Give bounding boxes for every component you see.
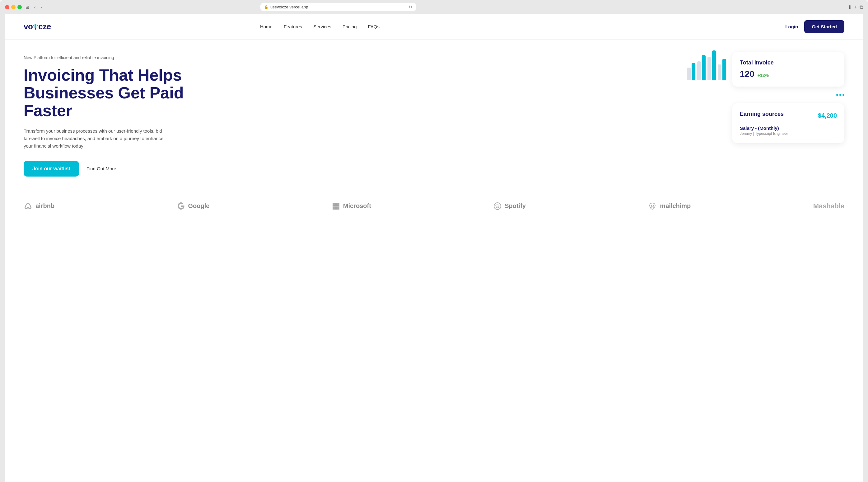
browser-actions: ⬆ + ⧉	[848, 4, 863, 10]
earning-source-sub: Jeremy | Typescript Engineer	[740, 132, 837, 136]
hero-title: Invoicing That Helps Businesses Get Paid…	[24, 66, 198, 120]
hero-description: Transform your business processes with o…	[24, 127, 173, 150]
partner-airbnb: airbnb	[24, 202, 55, 210]
nav-item-faqs[interactable]: FAQs	[368, 24, 380, 30]
svg-rect-5	[336, 203, 339, 206]
nav-links: Home Features Services Pricing FAQs	[260, 24, 379, 30]
nav-item-home[interactable]: Home	[260, 24, 273, 30]
find-more-button[interactable]: Find Out More →	[87, 166, 124, 171]
svg-point-9	[650, 203, 655, 208]
lock-icon: 🔒	[264, 5, 269, 9]
sidebar-toggle-button[interactable]: ⊞	[24, 4, 30, 10]
svg-rect-0	[34, 24, 36, 28]
nav-actions: Login Get Started	[785, 20, 844, 33]
login-button[interactable]: Login	[785, 24, 798, 29]
browser-titlebar: ⊞ ‹ › 🔒 usevoicze.vercel.app ↻ ⬆ + ⧉	[5, 3, 863, 14]
svg-point-11	[653, 205, 654, 206]
nav-link-home[interactable]: Home	[260, 24, 273, 29]
bar-group-1	[687, 63, 695, 80]
logo-text-before: vo	[24, 22, 33, 31]
invoice-stats: 120 +12%	[740, 69, 837, 79]
partner-mashable: Mashable	[813, 202, 844, 210]
url-text: usevoicze.vercel.app	[270, 5, 308, 9]
chart-decoration	[687, 49, 726, 80]
minimize-button[interactable]	[11, 5, 16, 9]
find-more-label: Find Out More	[87, 166, 116, 171]
nav-link-pricing[interactable]: Pricing	[343, 24, 357, 29]
get-started-button[interactable]: Get Started	[804, 20, 844, 33]
svg-rect-4	[333, 203, 336, 206]
bar-gray-1	[687, 67, 691, 80]
partner-spotify: Spotify	[493, 202, 526, 210]
nav-link-features[interactable]: Features	[284, 24, 302, 29]
nav-link-faqs[interactable]: FAQs	[368, 24, 380, 29]
dot-1	[836, 94, 838, 96]
forward-button[interactable]: ›	[39, 4, 43, 10]
mashable-label: Mashable	[813, 202, 844, 210]
nav-item-services[interactable]: Services	[313, 24, 331, 30]
airbnb-label: airbnb	[35, 202, 55, 209]
find-more-arrow: →	[119, 166, 124, 171]
airbnb-icon	[24, 202, 32, 210]
google-label: Google	[188, 202, 210, 209]
spotify-label: Spotify	[505, 202, 526, 209]
share-button[interactable]: ⬆	[848, 4, 852, 10]
mailchimp-label: mailchimp	[660, 202, 691, 209]
nav-link-services[interactable]: Services	[313, 24, 331, 29]
svg-rect-6	[333, 206, 336, 209]
traffic-lights	[5, 5, 22, 9]
logo-text-after: cze	[38, 22, 51, 31]
three-dots-separator	[732, 91, 844, 98]
address-bar[interactable]: 🔒 usevoicze.vercel.app ↻	[260, 3, 416, 11]
partners-section: airbnb Google Mi	[5, 189, 863, 223]
new-tab-button[interactable]: +	[854, 4, 857, 10]
earning-amount: $4,200	[818, 112, 837, 119]
bar-gray-3	[708, 57, 711, 80]
hero-left: New Platform for efficient and reliable …	[24, 55, 198, 176]
back-button[interactable]: ‹	[33, 4, 37, 10]
invoice-card: Total Invoice 120 +12%	[732, 52, 844, 87]
navbar: vo cze Home Features Services Pricing FA…	[5, 14, 863, 39]
bar-group-2	[697, 55, 706, 80]
spotify-icon	[493, 202, 501, 210]
dot-3	[842, 94, 844, 96]
tabs-button[interactable]: ⧉	[860, 4, 863, 10]
partner-microsoft: Microsoft	[332, 202, 371, 210]
nav-item-features[interactable]: Features	[284, 24, 302, 30]
microsoft-label: Microsoft	[343, 202, 371, 209]
invoice-card-title: Total Invoice	[740, 59, 837, 66]
earning-card-title: Earning sources	[740, 111, 784, 117]
svg-point-10	[651, 205, 652, 206]
partner-google: Google	[177, 202, 210, 210]
microsoft-icon	[332, 202, 340, 210]
earning-source-info: Salary - (Monthly) Jeremy | Typescript E…	[740, 125, 837, 136]
close-button[interactable]	[5, 5, 9, 9]
dot-2	[839, 94, 841, 96]
reload-button[interactable]: ↻	[409, 5, 412, 9]
invoice-change: +12%	[757, 73, 769, 78]
waitlist-button[interactable]: Join our waitlist	[24, 161, 79, 176]
partner-mailchimp: mailchimp	[648, 202, 691, 210]
hero-cta: Join our waitlist Find Out More →	[24, 161, 198, 176]
earning-card: Earning sources $4,200 Salary - (Monthly…	[732, 103, 844, 143]
logo: vo cze	[24, 22, 51, 31]
bar-teal-3	[712, 51, 716, 80]
google-icon	[177, 202, 185, 210]
hero-subtitle: New Platform for efficient and reliable …	[24, 55, 198, 60]
mailchimp-icon	[648, 202, 657, 210]
earning-card-header: Earning sources $4,200	[740, 111, 837, 120]
bar-teal-4	[722, 59, 726, 80]
svg-point-1	[35, 28, 36, 30]
earning-source-title: Salary - (Monthly)	[740, 125, 837, 131]
bar-group-4	[718, 59, 726, 80]
invoice-number: 120	[740, 69, 754, 79]
cards-area: Total Invoice 120 +12% Earning sources	[732, 52, 844, 143]
nav-item-pricing[interactable]: Pricing	[343, 24, 357, 30]
hero-section: New Platform for efficient and reliable …	[5, 39, 863, 189]
bar-group-3	[708, 51, 716, 80]
bar-teal-2	[702, 55, 706, 80]
maximize-button[interactable]	[18, 5, 22, 9]
webpage: vo cze Home Features Services Pricing FA…	[5, 14, 863, 482]
logo-icon	[33, 23, 38, 30]
logo-svg	[33, 23, 38, 30]
